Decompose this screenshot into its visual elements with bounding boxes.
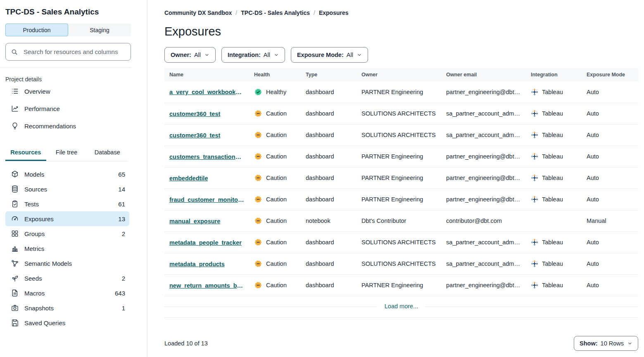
resource-list: Models 65 Sources 14 Tests 61 Exposures …: [5, 167, 147, 330]
sidebar-item-exposures[interactable]: Exposures 13: [5, 211, 129, 226]
project-details-list: Overview Performance Recommendations: [5, 83, 147, 135]
search-icon: [11, 48, 19, 56]
owner-filter-value: All: [194, 52, 201, 58]
exposure-name-link[interactable]: customer360_test: [169, 132, 220, 139]
environment-toggle: Production Staging: [5, 24, 131, 36]
caution-badge-icon: [254, 174, 262, 182]
tab-resources[interactable]: Resources: [5, 145, 46, 161]
seedling-icon: [11, 274, 19, 282]
owner-email-cell: partner_engineering@dbtla…: [441, 146, 526, 167]
table-row: metadata_people_tracker Caution dashboar…: [164, 232, 638, 253]
integration-filter-dropdown[interactable]: Integration: All: [221, 47, 285, 63]
show-rows-value: 10 Rows: [601, 340, 624, 347]
integration-label: Tableau: [542, 175, 563, 181]
exposure-name-link[interactable]: manual_exposure: [169, 218, 220, 225]
bar-chart-icon: [11, 244, 19, 253]
sidebar-item-overview[interactable]: Overview: [5, 83, 129, 100]
show-rows-dropdown[interactable]: Show: 10 Rows: [574, 336, 638, 351]
load-more-divider: Load more...: [164, 296, 638, 318]
exposure-name-link[interactable]: customers_transaction_gro…: [169, 154, 244, 160]
exposure-name-link[interactable]: new_return_amounts_by_t…: [169, 282, 244, 289]
health-label: Caution: [266, 218, 287, 224]
load-more-link[interactable]: Load more...: [377, 303, 425, 310]
resource-label: Groups: [24, 230, 116, 237]
exposure-mode-cell: Auto: [582, 167, 638, 189]
chevron-down-icon: [274, 52, 279, 57]
health-label: Caution: [266, 260, 287, 267]
table-row: customers_transaction_gro… Caution dashb…: [164, 146, 638, 167]
tab-file-tree[interactable]: File tree: [46, 145, 87, 161]
sidebar-item-models[interactable]: Models 65: [5, 167, 129, 182]
sidebar-item-snapshots[interactable]: Snapshots 1: [5, 300, 129, 315]
tableau-icon: [531, 88, 538, 96]
owner-filter-dropdown[interactable]: Owner: All: [164, 47, 216, 63]
table-row: customer360_test Caution dashboard SOLUT…: [164, 103, 638, 124]
resource-label: Tests: [24, 201, 113, 208]
lightbulb-icon: [11, 122, 19, 130]
resource-label: Metrics: [24, 245, 120, 252]
breadcrumb-separator: /: [314, 9, 315, 16]
exposure-name-link[interactable]: metadata_people_tracker: [169, 239, 242, 246]
production-toggle-button[interactable]: Production: [5, 24, 68, 36]
type-cell: dashboard: [301, 103, 356, 124]
resource-count: 14: [118, 186, 125, 193]
type-cell: dashboard: [301, 81, 356, 103]
resource-label: Exposures: [24, 215, 113, 222]
column-header-name: Name: [164, 68, 249, 81]
tab-database[interactable]: Database: [87, 145, 128, 161]
owner-cell: SOLUTIONS ARCHITECTS: [356, 103, 441, 124]
table-row: new_return_amounts_by_t… Caution dashboa…: [164, 274, 638, 296]
cube-icon: [11, 170, 19, 178]
sidebar-tabs: Resources File tree Database: [5, 145, 128, 161]
search-input[interactable]: [23, 48, 126, 56]
sidebar-item-recommendations[interactable]: Recommendations: [5, 117, 129, 135]
exposure-name-link[interactable]: metadata_products: [169, 261, 225, 267]
type-cell: dashboard: [301, 167, 356, 189]
owner-cell: SOLUTIONS ARCHITECTS: [356, 253, 441, 274]
sidebar-item-seeds[interactable]: Seeds 2: [5, 271, 129, 286]
table-row: embeddedtile Caution dashboard PARTNER E…: [164, 167, 638, 189]
breadcrumb-project[interactable]: TPC-DS - Sales Analytics: [241, 9, 310, 16]
chevron-down-icon: [204, 52, 209, 57]
breadcrumb-current: Exposures: [319, 9, 349, 16]
owner-email-cell: partner_engineering@dbtla…: [441, 167, 526, 189]
exposure-mode-filter-dropdown[interactable]: Exposure Mode: All: [291, 47, 368, 63]
loaded-count-text: Loaded 10 of 13: [164, 340, 208, 347]
tableau-icon: [531, 153, 538, 160]
integration-label: Tableau: [542, 132, 563, 138]
table-row: metadata_products Caution dashboard SOLU…: [164, 253, 638, 274]
sidebar-item-tests[interactable]: Tests 61: [5, 196, 129, 211]
grid-icon: [11, 229, 19, 238]
resource-label: Macros: [24, 290, 109, 297]
sidebar-item-metrics[interactable]: Metrics: [5, 241, 129, 256]
exposure-mode-cell: Auto: [582, 81, 638, 103]
resource-label: Seeds: [24, 275, 116, 282]
sidebar-item-sources[interactable]: Sources 14: [5, 182, 129, 196]
page-title: Exposures: [164, 25, 639, 38]
owner-cell: PARTNER Engineering: [356, 167, 441, 189]
health-label: Caution: [266, 110, 287, 117]
sidebar-item-groups[interactable]: Groups 2: [5, 226, 129, 241]
sidebar-item-saved-queries[interactable]: Saved Queries: [5, 315, 129, 330]
table-footer: Loaded 10 of 13 Show: 10 Rows: [164, 336, 638, 351]
search-box[interactable]: [5, 43, 131, 61]
tableau-icon: [531, 239, 538, 246]
owner-email-cell: partner_engineering@dbtla…: [441, 274, 526, 296]
breadcrumb-account[interactable]: Community DX Sandbox: [164, 9, 232, 16]
owner-cell: Dbt's Contributor: [356, 210, 441, 232]
integration-label: Tableau: [542, 260, 563, 267]
caution-badge-icon: [254, 109, 262, 118]
chevron-down-icon: [627, 341, 632, 346]
exposure-name-link[interactable]: fraud_customer_monitoring: [169, 196, 244, 203]
sidebar-item-semantic-models[interactable]: Semantic Models: [5, 256, 129, 271]
exposure-name-link[interactable]: customer360_test: [169, 111, 220, 117]
owner-cell: SOLUTIONS ARCHITECTS: [356, 124, 441, 146]
exposure-name-link[interactable]: a_very_cool_workbook_i_…: [169, 89, 244, 95]
staging-toggle-button[interactable]: Staging: [68, 24, 131, 36]
resource-label: Snapshots: [24, 305, 116, 312]
sidebar-item-macros[interactable]: Macros 643: [5, 286, 129, 300]
tableau-icon: [531, 196, 538, 203]
resource-count: 643: [115, 290, 125, 297]
exposure-name-link[interactable]: embeddedtile: [169, 175, 208, 182]
sidebar-item-performance[interactable]: Performance: [5, 100, 129, 117]
